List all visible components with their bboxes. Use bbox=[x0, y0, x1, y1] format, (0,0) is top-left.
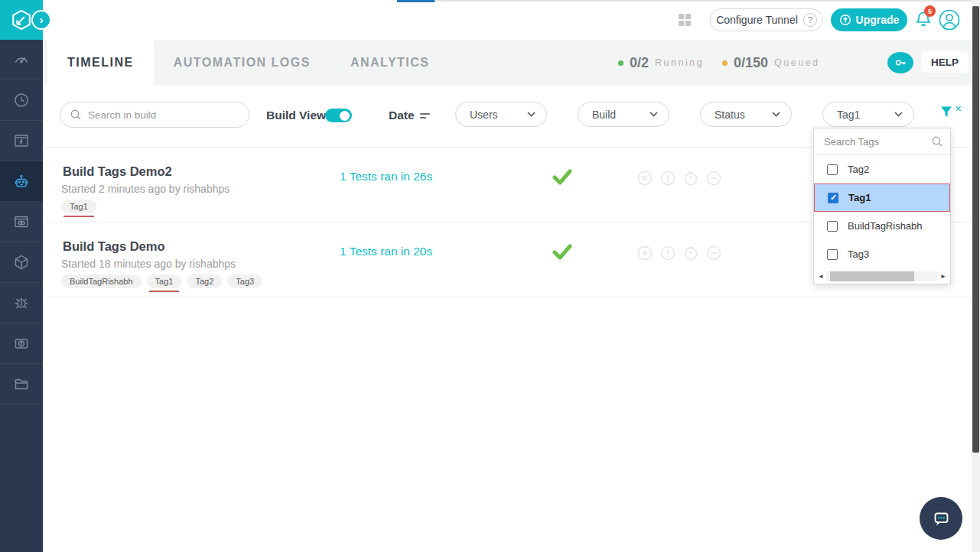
tab-automation-logs[interactable]: AUTOMATION LOGS bbox=[154, 40, 330, 86]
tunnel-help-icon[interactable]: ? bbox=[803, 13, 817, 27]
package-cube-icon bbox=[12, 253, 31, 271]
users-dropdown-label: Users bbox=[470, 109, 498, 121]
scroll-right-arrow-icon[interactable]: ► bbox=[939, 273, 947, 280]
user-avatar[interactable] bbox=[938, 8, 961, 34]
tab-analytics[interactable]: ANALYTICS bbox=[330, 40, 450, 86]
build-tags: BuildTagRishabh Tag1 Tag2 Tag3 bbox=[61, 274, 262, 288]
tag-search-box[interactable] bbox=[814, 128, 950, 155]
checkbox-unchecked[interactable] bbox=[827, 164, 838, 175]
checkbox-checked[interactable] bbox=[828, 193, 838, 203]
build-view-label: Build View bbox=[266, 109, 326, 122]
tag-option-label: BuildTagRishabh bbox=[848, 220, 923, 232]
status-count-icons bbox=[637, 245, 722, 261]
tests-summary-link[interactable]: 1 Tests ran in 20s bbox=[340, 245, 432, 258]
horizontal-scrollbar[interactable]: ◄ ► bbox=[814, 268, 950, 284]
build-title[interactable]: Build Tags Demo2 bbox=[63, 164, 172, 179]
status-count-icons bbox=[637, 170, 722, 187]
notification-badge: 5 bbox=[924, 5, 936, 17]
sidebar-item-realtime[interactable] bbox=[0, 80, 43, 121]
sidebar-item-screenshot[interactable] bbox=[0, 121, 43, 161]
scrollbar-thumb[interactable] bbox=[830, 271, 914, 281]
status-dropdown[interactable]: Status bbox=[700, 102, 792, 127]
running-status: 0/2 Running bbox=[618, 40, 704, 86]
build-dropdown[interactable]: Build bbox=[578, 102, 669, 127]
build-tag-chip[interactable]: BuildTagRishabh bbox=[61, 274, 142, 288]
upgrade-label: Upgrade bbox=[856, 14, 900, 26]
build-search-box[interactable] bbox=[60, 102, 249, 128]
queued-status: 0/150 Queued bbox=[722, 40, 820, 86]
clear-filters-control[interactable]: ✕ bbox=[939, 106, 962, 119]
sidebar-item-bug-tracker[interactable] bbox=[0, 283, 43, 323]
sidebar-item-dashboard[interactable] bbox=[0, 40, 43, 80]
error-circle-icon bbox=[659, 245, 676, 261]
top-header: Configure Tunnel ? Upgrade 5 bbox=[43, 0, 980, 40]
build-title[interactable]: Build Tags Demo bbox=[63, 239, 165, 254]
chat-bubble-icon bbox=[930, 507, 952, 530]
build-tag-chip[interactable]: Tag2 bbox=[187, 274, 222, 288]
timeout-stopwatch-icon bbox=[682, 170, 699, 187]
filter-funnel-icon bbox=[939, 106, 953, 119]
tag-option-tag2[interactable]: Tag2 bbox=[814, 155, 950, 183]
configure-tunnel-button[interactable]: Configure Tunnel ? bbox=[710, 8, 823, 31]
projects-folder-icon bbox=[12, 375, 31, 393]
page-scrollbar-thumb[interactable] bbox=[972, 6, 979, 453]
page-load-progress bbox=[397, 0, 435, 2]
lambdatest-logo-icon bbox=[10, 8, 33, 31]
automation-robot-icon bbox=[12, 172, 31, 190]
build-view-toggle[interactable] bbox=[325, 109, 352, 122]
failed-circle-icon bbox=[637, 170, 653, 187]
key-icon bbox=[894, 56, 907, 70]
sidebar-item-projects[interactable] bbox=[0, 364, 43, 404]
page-scrollbar[interactable] bbox=[972, 0, 980, 552]
chevron-down-icon bbox=[894, 112, 903, 117]
queued-label: Queued bbox=[774, 57, 819, 68]
search-icon bbox=[70, 109, 82, 121]
date-filter[interactable]: Date bbox=[389, 109, 430, 122]
tag-dropdown[interactable]: Tag1 bbox=[822, 102, 914, 127]
notifications-button[interactable]: 5 bbox=[913, 9, 933, 32]
date-sort-icon bbox=[420, 113, 430, 119]
running-value: 0/2 bbox=[630, 55, 649, 71]
tag-filter-panel: Tag2 Tag1 BuildTagRishabh Tag3 ◄ ► bbox=[813, 128, 951, 284]
upgrade-arrow-icon bbox=[839, 14, 851, 26]
browser-eye-icon bbox=[12, 213, 31, 231]
sidebar-item-resources[interactable] bbox=[0, 323, 43, 364]
configure-tunnel-label: Configure Tunnel bbox=[716, 14, 798, 26]
checkbox-unchecked[interactable] bbox=[827, 221, 838, 232]
skipped-circle-icon bbox=[705, 245, 722, 261]
checkbox-unchecked[interactable] bbox=[827, 249, 838, 260]
clear-filter-x-icon[interactable]: ✕ bbox=[955, 104, 962, 114]
screenshot-bolt-icon bbox=[12, 132, 31, 150]
tests-summary-link[interactable]: 1 Tests ran in 26s bbox=[340, 170, 432, 183]
scrollbar-track[interactable] bbox=[826, 271, 938, 281]
access-key-button[interactable] bbox=[887, 52, 913, 73]
chevron-down-icon bbox=[772, 112, 780, 117]
build-meta: Started 2 minutes ago by rishabhps bbox=[61, 183, 230, 195]
help-button[interactable]: HELP bbox=[921, 51, 969, 73]
sidebar-expand-button[interactable]: › bbox=[31, 10, 51, 30]
build-search-input[interactable] bbox=[88, 109, 239, 121]
scroll-left-arrow-icon[interactable]: ◄ bbox=[817, 273, 825, 280]
running-dot bbox=[618, 60, 623, 66]
bug-icon bbox=[12, 294, 31, 312]
speedometer-icon bbox=[12, 50, 31, 69]
build-tag-chip[interactable]: Tag1 bbox=[61, 200, 96, 213]
tag-option-tag3[interactable]: Tag3 bbox=[814, 240, 950, 268]
date-label: Date bbox=[389, 109, 415, 122]
users-dropdown[interactable]: Users bbox=[455, 102, 547, 127]
tag-option-buildtagrishabh[interactable]: BuildTagRishabh bbox=[814, 212, 950, 240]
sidebar-item-packages[interactable] bbox=[0, 242, 43, 283]
tag-search-input[interactable] bbox=[814, 128, 950, 154]
chat-widget-button[interactable] bbox=[920, 497, 962, 540]
build-tag-chip[interactable]: Tag1 bbox=[147, 274, 182, 288]
build-meta: Started 18 minutes ago by rishabhps bbox=[61, 258, 236, 270]
sidebar-item-lt-browser[interactable] bbox=[0, 202, 43, 242]
upgrade-button[interactable]: Upgrade bbox=[831, 8, 907, 31]
error-circle-icon bbox=[659, 170, 676, 187]
build-tags: Tag1 bbox=[61, 200, 96, 213]
build-tag-chip[interactable]: Tag3 bbox=[227, 274, 262, 288]
tab-timeline[interactable]: TIMELINE bbox=[47, 40, 154, 86]
apps-grid-icon[interactable] bbox=[678, 13, 692, 27]
sidebar-item-automation[interactable] bbox=[0, 161, 43, 202]
tag-option-tag1[interactable]: Tag1 bbox=[814, 183, 950, 212]
